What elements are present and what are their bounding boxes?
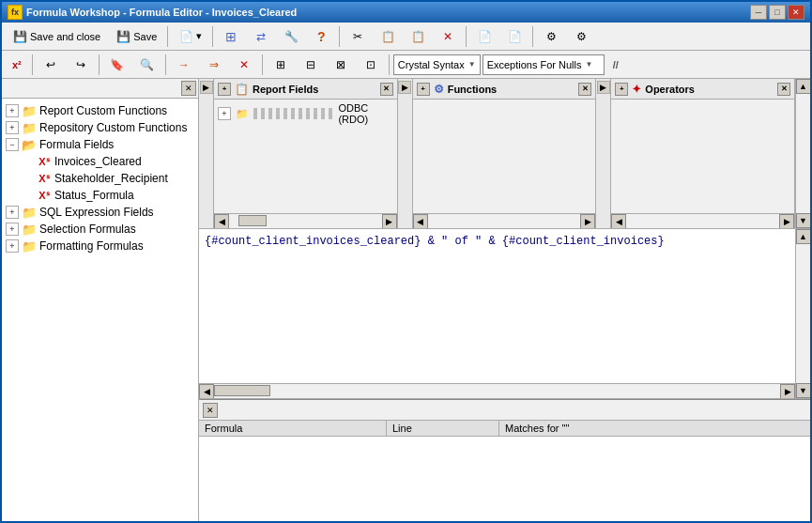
gear-icon1: ⚙ <box>544 29 559 44</box>
bottom-close-btn[interactable]: ✕ <box>203 403 218 418</box>
nulls-dropdown[interactable]: Exceptions For Nulls ▼ <box>483 54 605 75</box>
vscroll-up[interactable]: ▲ <box>796 79 810 94</box>
save-button[interactable]: 💾 Save <box>109 25 163 48</box>
operators-hscroll: ◀ ▶ <box>611 213 794 228</box>
grid-button2[interactable]: ⊟ <box>297 54 325 76</box>
formula-hscroll-right[interactable]: ▶ <box>780 384 795 399</box>
narrow-expand-btn2[interactable]: ▶ <box>398 81 411 94</box>
rft-expander[interactable]: + <box>218 107 231 120</box>
close-button[interactable]: ✕ <box>788 5 804 20</box>
grid-button3[interactable]: ⊠ <box>327 54 355 76</box>
arrow-button2[interactable]: ⇒ <box>200 54 228 76</box>
tree-item-selection[interactable]: + 📁 Selection Formulas <box>4 221 196 238</box>
redo-button[interactable]: ↪ <box>67 54 95 76</box>
grid-icon2: ⊟ <box>303 57 318 72</box>
op-hscroll-left[interactable]: ◀ <box>611 214 626 229</box>
switch-button[interactable]: ⇄ <box>247 25 275 48</box>
vscroll-down[interactable]: ▼ <box>796 213 810 228</box>
x-button[interactable]: ✕ <box>230 54 258 76</box>
report-fields-content: + 📁 ODBC (RDO) <box>214 100 397 213</box>
tree-expander-5[interactable]: + <box>6 239 19 253</box>
tree-item-stakeholder[interactable]: Xˢ Stakeholder_Recipient <box>4 170 196 187</box>
left-panel-close-btn[interactable]: ✕ <box>181 81 196 96</box>
tree-expander-2[interactable]: − <box>6 138 19 151</box>
functions-header: + ⚙ Functions ✕ <box>413 79 596 100</box>
grid-button1[interactable]: ⊞ <box>267 54 295 76</box>
tree-item-report-custom[interactable]: + 📁 Report Custom Functions <box>4 102 196 119</box>
save-label: Save <box>133 31 157 42</box>
fn-hscroll-right[interactable]: ▶ <box>580 214 595 229</box>
report-fields-expand[interactable]: + <box>218 83 231 96</box>
tree-expander-4[interactable]: + <box>6 223 19 236</box>
col-formula: Formula <box>199 421 387 436</box>
app-icon: fx <box>8 5 23 20</box>
maximize-button[interactable]: □ <box>769 5 786 20</box>
grid-icon1: ⊞ <box>273 57 288 72</box>
tree-item-invoices-cleared[interactable]: Xˢ Invoices_Cleared <box>4 153 196 170</box>
fields-vscrollbar: ▲ ▼ <box>795 79 810 228</box>
xy-button[interactable]: x² <box>6 54 28 76</box>
formula-hscroll-thumb[interactable] <box>214 385 270 396</box>
report-fields-tree-root[interactable]: + 📁 ODBC (RDO) <box>216 101 395 126</box>
save-close-icon: 💾 <box>12 29 27 44</box>
narrow-expand-btn3[interactable]: ▶ <box>597 81 610 94</box>
operators-expand[interactable]: + <box>615 83 628 96</box>
bottom-table-header: Formula Line Matches for "" <box>199 421 810 437</box>
prop-button1[interactable]: 📄 <box>470 25 498 48</box>
search-button[interactable]: 🔍 <box>133 54 161 76</box>
folder-icon-4: 📁 <box>22 222 37 237</box>
tree-item-status[interactable]: Xˢ Status_Formula <box>4 187 196 204</box>
tool-button[interactable]: 🔧 <box>277 25 305 48</box>
hscroll-thumb[interactable] <box>238 215 267 226</box>
help-button[interactable]: ? <box>307 25 335 48</box>
tree-item-formula-fields[interactable]: − 📂 Formula Fields <box>4 136 196 153</box>
gear-button1[interactable]: ⚙ <box>537 25 565 48</box>
tree-item-sql[interactable]: + 📁 SQL Expression Fields <box>4 204 196 221</box>
copy-button[interactable]: 📋 <box>374 25 402 48</box>
op-hscroll-track[interactable] <box>626 214 779 228</box>
formula-vscroll-up[interactable]: ▲ <box>796 229 811 244</box>
arrow-button1[interactable]: → <box>170 54 198 76</box>
delete-button[interactable]: ✕ <box>434 25 462 48</box>
toolbar1: 💾 Save and close 💾 Save 📄 ▾ ⊞ ⇄ 🔧 ? ✂ <box>2 23 810 51</box>
search-icon: 🔍 <box>140 57 155 72</box>
cut-button[interactable]: ✂ <box>344 25 372 48</box>
formula-icon-2: Xˢ <box>37 188 52 203</box>
formula-workshop-button[interactable]: ⊞ <box>217 25 245 48</box>
fn-hscroll-track[interactable] <box>428 214 581 228</box>
formula-hscroll-track[interactable] <box>214 384 780 398</box>
op-hscroll-right[interactable]: ▶ <box>779 214 794 229</box>
tree-expander-3[interactable]: + <box>6 206 19 219</box>
grid-button4[interactable]: ⊡ <box>357 54 385 76</box>
grid-icon4: ⊡ <box>363 57 378 72</box>
bottom-panel: ✕ Formula Line Matches for "" <box>199 399 810 521</box>
formula-hscroll-left[interactable]: ◀ <box>199 384 214 399</box>
formula-editor[interactable]: {#count_client_invoices_cleared} & " of … <box>199 229 795 383</box>
bookmark-button[interactable]: 🔖 <box>103 54 131 76</box>
comment-button[interactable]: // <box>606 54 625 76</box>
functions-expand[interactable]: + <box>417 83 430 96</box>
prop-button2[interactable]: 📄 <box>500 25 529 48</box>
fields-divider1: ▶ <box>398 79 413 228</box>
hscroll-left[interactable]: ◀ <box>214 214 229 229</box>
save-close-button[interactable]: 💾 Save and close <box>6 25 107 48</box>
main-area: ✕ + 📁 Report Custom Functions + 📁 Reposi… <box>2 79 810 521</box>
functions-close[interactable]: ✕ <box>578 83 591 96</box>
operators-close[interactable]: ✕ <box>777 83 790 96</box>
minimize-button[interactable]: ─ <box>750 5 767 20</box>
undo-button[interactable]: ↩ <box>37 54 65 76</box>
narrow-expand-btn[interactable]: ▶ <box>200 81 213 94</box>
syntax-dropdown[interactable]: Crystal Syntax ▼ <box>393 54 481 75</box>
new-button[interactable]: 📄 ▾ <box>172 25 208 48</box>
formula-vscroll-down[interactable]: ▼ <box>796 383 811 398</box>
gear-button2[interactable]: ⚙ <box>567 25 595 48</box>
report-fields-close[interactable]: ✕ <box>380 83 393 96</box>
hscroll-right[interactable]: ▶ <box>382 214 397 229</box>
paste-button[interactable]: 📋 <box>404 25 432 48</box>
tree-item-repo-custom[interactable]: + 📁 Repository Custom Functions <box>4 119 196 136</box>
fn-hscroll-left[interactable]: ◀ <box>413 214 428 229</box>
tree-expander-1[interactable]: + <box>6 121 19 134</box>
tree-expander-0[interactable]: + <box>6 104 19 117</box>
tree-item-formatting[interactable]: + 📁 Formatting Formulas <box>4 238 196 254</box>
hscroll-track[interactable] <box>229 214 382 228</box>
